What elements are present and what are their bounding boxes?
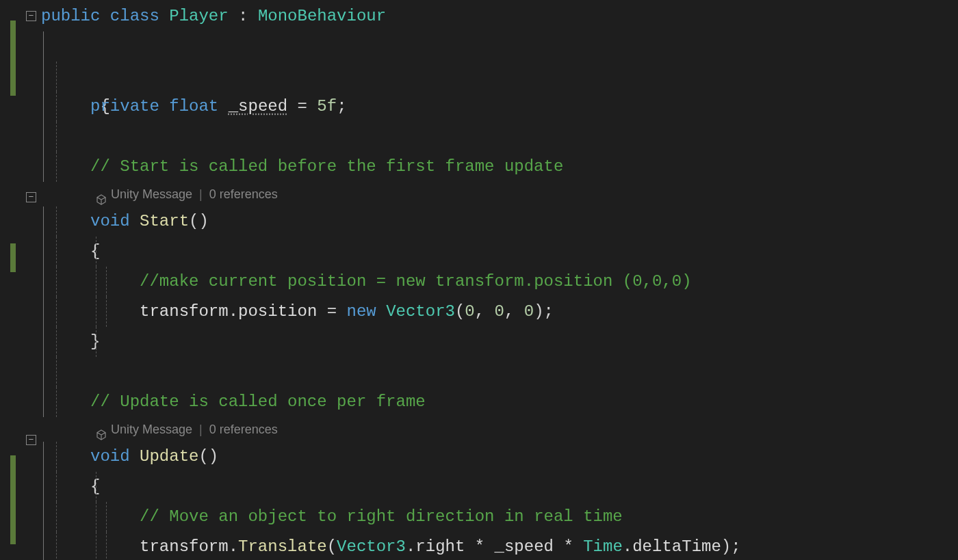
comment: //make current position = new transform.… [140,272,692,291]
field-speed: _speed [495,537,554,556]
keyword-void: void [90,212,130,230]
keyword-float: float [169,97,218,116]
property-deltatime: deltaTime [632,537,721,556]
identifier-position: position [238,302,317,321]
code-line[interactable] [41,357,958,387]
codelens[interactable]: Unity Message | 0 references [41,417,958,442]
semicolon: ; [731,537,740,556]
codelens-refs[interactable]: 0 references [209,417,278,442]
cube-icon [96,424,107,435]
keyword-new: new [347,302,376,321]
codelens[interactable]: Unity Message | 0 references [41,182,958,206]
code-area[interactable]: public class Player : MonoBehaviour { pr… [41,1,958,560]
code-line[interactable] [41,122,958,152]
semicolon: ; [544,302,554,321]
comment: // Update is called once per frame [90,392,426,411]
fold-toggle[interactable]: − [26,435,36,445]
keyword-void: void [90,447,130,466]
codelens-unity[interactable]: Unity Message [111,182,192,206]
literal-0: 0 [465,302,474,321]
dot: . [623,537,632,556]
literal-5f: 5f [317,97,337,116]
codelens-unity[interactable]: Unity Message [111,417,192,442]
equals: = [287,97,317,116]
parens: () [198,447,218,466]
class-name: Player [169,7,228,25]
method-update: Update [140,447,198,466]
code-editor[interactable]: − − − public class Player : MonoBehaviou… [0,0,958,560]
fold-toggle[interactable]: − [26,192,36,202]
gutter: − − − [0,0,41,560]
change-marker [10,21,16,96]
type-vector3: Vector3 [386,302,455,321]
change-marker [10,243,16,272]
literal-0: 0 [495,302,504,321]
equals: = [317,302,346,321]
code-line[interactable]: // Move an object to right direction in … [41,502,958,532]
paren-close: ) [721,537,731,556]
keyword-public: public [41,7,100,25]
semicolon: ; [337,97,346,116]
colon: : [229,7,258,25]
code-line[interactable]: private float _speed = 5f; [41,92,958,122]
code-line[interactable]: { [41,472,958,502]
comment: // Move an object to right direction in … [140,507,623,526]
type-time: Time [583,537,623,556]
code-line[interactable]: // Update is called once per frame [41,387,958,417]
code-line[interactable]: //make current position = new transform.… [41,267,958,297]
keyword-private: private [90,97,159,116]
paren-open: ( [455,302,465,321]
base-type: MonoBehaviour [258,7,386,25]
type-vector3: Vector3 [337,537,406,556]
paren-close: ) [534,302,543,321]
multiply: * [554,537,583,556]
fold-toggle[interactable]: − [26,11,36,21]
method-translate: Translate [238,537,327,556]
field-speed: _speed [229,97,287,116]
separator: | [199,182,203,206]
codelens-refs[interactable]: 0 references [209,182,278,206]
comma: , [475,302,495,321]
separator: | [199,417,203,442]
cube-icon [96,189,107,200]
multiply: * [465,537,494,556]
code-line[interactable]: } [41,327,958,357]
code-line[interactable] [41,62,958,92]
comment: // Start is called before the first fram… [90,157,563,176]
keyword-class: class [110,7,159,25]
dot: . [406,537,415,556]
code-line[interactable]: transform.position = new Vector3(0, 0, 0… [41,297,958,327]
code-line[interactable]: transform.Translate(Vector3.right * _spe… [41,532,958,560]
paren-open: ( [327,537,337,556]
dot: . [229,302,238,321]
identifier-transform: transform [140,537,229,556]
property-right: right [415,537,465,556]
change-marker [10,455,16,544]
code-line[interactable]: { [41,237,958,267]
code-line[interactable]: { [41,31,958,62]
parens: () [189,212,209,230]
code-line[interactable]: void Start() [41,206,958,237]
method-start: Start [140,212,189,230]
comma: , [504,302,524,321]
dot: . [229,537,238,556]
literal-0: 0 [524,302,534,321]
code-line[interactable]: public class Player : MonoBehaviour [41,1,958,31]
code-line[interactable]: // Start is called before the first fram… [41,152,958,182]
code-line[interactable]: void Update() [41,442,958,472]
identifier-transform: transform [140,302,229,321]
